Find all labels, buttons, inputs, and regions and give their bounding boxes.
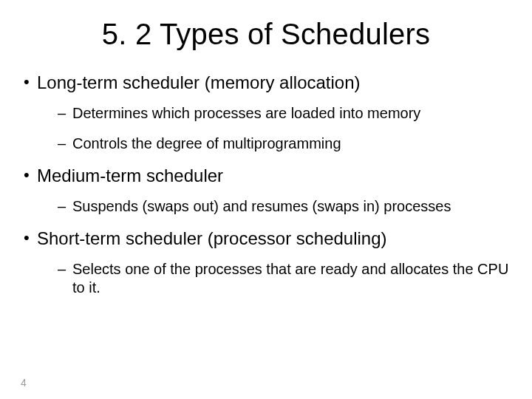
list-item: Medium-term scheduler Suspends (swaps ou… xyxy=(21,165,511,216)
sub-bullet-text: Suspends (swaps out) and resumes (swaps … xyxy=(72,198,451,214)
list-item: Selects one of the processes that are re… xyxy=(37,260,511,297)
slide-title: 5. 2 Types of Schedulers xyxy=(21,18,511,51)
list-item: Short-term scheduler (processor scheduli… xyxy=(21,228,511,297)
list-item: Controls the degree of multiprogramming xyxy=(37,134,511,153)
sub-bullet-text: Selects one of the processes that are re… xyxy=(72,261,508,296)
list-item: Determines which processes are loaded in… xyxy=(37,104,511,123)
list-item: Suspends (swaps out) and resumes (swaps … xyxy=(37,197,511,216)
list-item: Long-term scheduler (memory allocation) … xyxy=(21,72,511,153)
page-number: 4 xyxy=(21,377,27,389)
sub-list: Suspends (swaps out) and resumes (swaps … xyxy=(37,197,511,216)
bullet-text: Medium-term scheduler xyxy=(37,166,223,185)
bullet-text: Long-term scheduler (memory allocation) xyxy=(37,72,361,92)
bullet-text: Short-term scheduler (processor scheduli… xyxy=(37,228,387,248)
sub-list: Determines which processes are loaded in… xyxy=(37,104,511,153)
slide: 5. 2 Types of Schedulers Long-term sched… xyxy=(0,0,532,399)
bullet-list: Long-term scheduler (memory allocation) … xyxy=(21,72,511,297)
sub-bullet-text: Determines which processes are loaded in… xyxy=(72,105,420,121)
sub-bullet-text: Controls the degree of multiprogramming xyxy=(72,135,341,151)
sub-list: Selects one of the processes that are re… xyxy=(37,260,511,297)
